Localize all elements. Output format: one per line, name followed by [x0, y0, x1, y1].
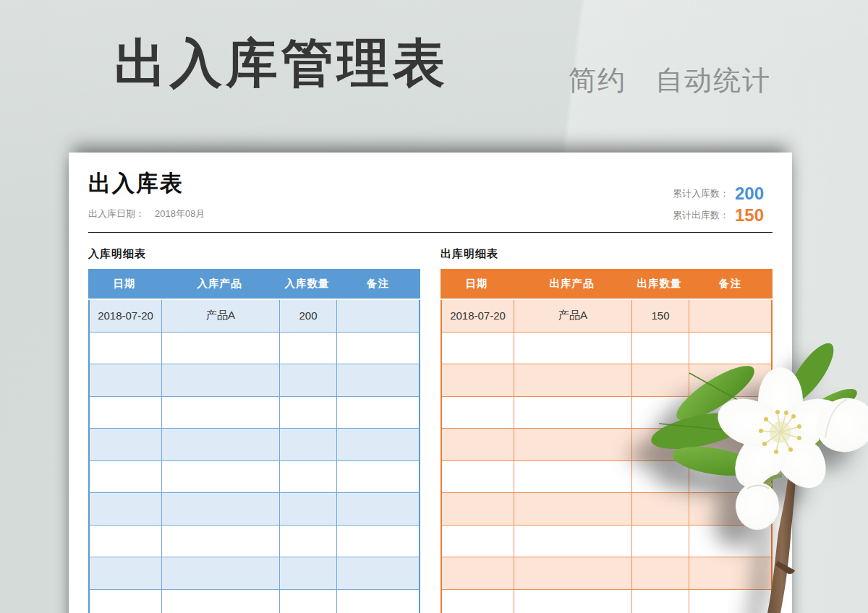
table-cell — [162, 364, 280, 396]
totals-panel: 累计入库数： 200 累计出库数： 150 — [673, 183, 773, 226]
table-row — [90, 526, 419, 558]
date-line: 出入库日期：2018年08月 — [88, 207, 205, 220]
table-cell — [442, 461, 514, 493]
table-row — [442, 461, 771, 494]
table-cell — [337, 557, 419, 589]
table-cell — [337, 590, 419, 613]
table-cell — [632, 590, 689, 613]
table-cell — [280, 429, 337, 460]
table-cell — [689, 364, 771, 396]
table-cell — [514, 364, 632, 396]
table-cell — [442, 364, 514, 396]
table-cell — [689, 493, 771, 525]
table-row — [442, 429, 771, 461]
table-cell — [442, 493, 514, 525]
table-cell: 2018-07-20 — [90, 300, 162, 332]
table-cell — [337, 333, 419, 364]
total-outbound-label: 累计出库数： — [673, 209, 729, 222]
date-value: 2018年08月 — [155, 208, 205, 219]
table-body: 2018-07-20产品A150 — [441, 300, 773, 613]
table-row — [90, 461, 419, 494]
header-cell: 备注 — [688, 269, 773, 299]
card-header: 出入库表 出入库日期：2018年08月 累计入库数： 200 累计出库数： 15… — [88, 153, 773, 233]
table-cell — [90, 364, 162, 396]
table-cell: 150 — [632, 300, 689, 332]
table-cell — [442, 526, 514, 557]
table-cell — [442, 333, 514, 364]
page-title: 出入库管理表 — [114, 35, 448, 92]
table-cell — [632, 429, 689, 460]
table-cell — [90, 461, 162, 493]
table-cell — [337, 493, 419, 525]
table-cell — [162, 461, 280, 493]
table-cell — [90, 397, 162, 429]
hero-header: 出入库管理表 简约 自动统计 — [0, 0, 868, 153]
table-row — [442, 397, 771, 429]
table-row — [90, 590, 419, 613]
table-header-row: 日期入库产品入库数量备注 — [88, 269, 420, 299]
table-cell — [280, 461, 337, 493]
table-cell — [689, 300, 771, 332]
header-cell: 入库数量 — [278, 269, 336, 299]
table-body: 2018-07-20产品A200 — [88, 300, 420, 613]
table-cell — [442, 429, 514, 460]
table-cell — [442, 557, 514, 589]
table-cell: 产品A — [514, 300, 632, 332]
table-cell — [90, 429, 162, 460]
table-row: 2018-07-20产品A150 — [442, 300, 771, 333]
date-label: 出入库日期： — [88, 208, 145, 219]
table-cell — [689, 526, 771, 557]
table-cell — [337, 461, 419, 493]
table-cell — [280, 526, 337, 557]
table-cell — [632, 333, 689, 364]
table-cell — [162, 526, 280, 557]
table-row — [442, 493, 771, 526]
table-header-row: 日期出库产品出库数量备注 — [441, 269, 773, 299]
table-cell — [280, 493, 337, 525]
table-cell — [514, 461, 632, 493]
table-cell — [280, 364, 337, 396]
blossom-bud-right — [809, 390, 868, 460]
table-cell: 产品A — [162, 300, 280, 332]
table-row — [90, 557, 419, 590]
table-cell: 2018-07-20 — [442, 300, 514, 332]
table-cell — [689, 397, 771, 429]
header-cell: 日期 — [88, 269, 161, 299]
table-cell — [162, 590, 280, 613]
table-row — [90, 397, 419, 429]
table-cell — [337, 364, 419, 396]
tables-row: 入库明细表 日期入库产品入库数量备注 2018-07-20产品A200 出库明细… — [88, 247, 773, 613]
table-cell — [90, 333, 162, 364]
table-cell — [514, 397, 632, 429]
table-cell — [632, 493, 689, 525]
table-cell — [90, 557, 162, 589]
table-cell — [337, 526, 419, 557]
table-cell — [632, 364, 689, 396]
table-cell — [689, 557, 771, 589]
table-cell — [162, 333, 280, 364]
table-cell — [689, 333, 771, 364]
table-cell — [514, 590, 632, 613]
table-cell — [337, 429, 419, 460]
header-cell: 备注 — [336, 269, 420, 299]
table-cell — [514, 429, 632, 460]
table-cell — [632, 526, 689, 557]
inbound-table-section: 入库明细表 日期入库产品入库数量备注 2018-07-20产品A200 — [88, 247, 420, 613]
table-cell — [162, 397, 280, 429]
table-cell — [514, 493, 632, 525]
total-outbound-value: 150 — [735, 205, 773, 226]
table-cell — [442, 397, 514, 429]
section-title: 入库明细表 — [88, 247, 420, 261]
table-cell — [514, 333, 632, 364]
table-row — [442, 526, 771, 558]
table-row — [90, 493, 419, 526]
table-row — [442, 364, 771, 397]
table-cell — [632, 557, 689, 589]
table-row — [442, 557, 771, 590]
header-cell: 日期 — [441, 269, 513, 299]
table-cell — [632, 461, 689, 493]
table-cell — [90, 526, 162, 557]
table-cell — [280, 397, 337, 429]
total-inbound-label: 累计入库数： — [673, 187, 729, 200]
header-cell: 入库产品 — [161, 269, 278, 299]
